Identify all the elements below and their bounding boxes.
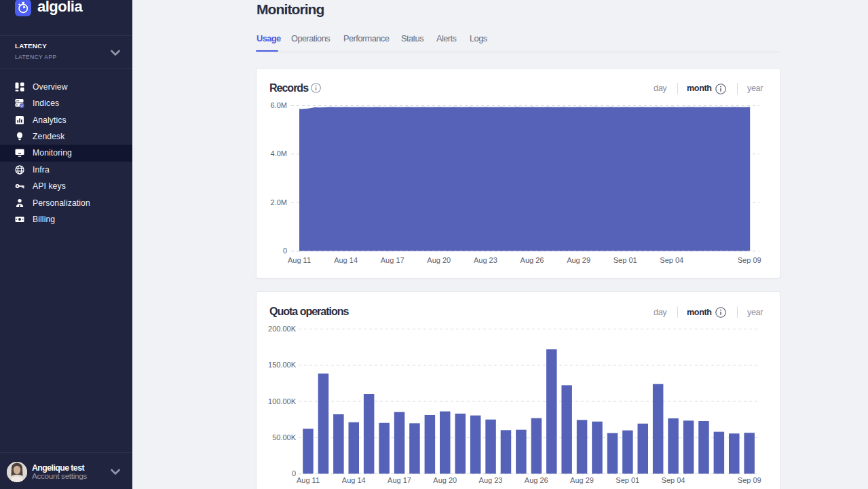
svg-text:Aug 17: Aug 17 <box>388 476 411 484</box>
svg-text:Sep 04: Sep 04 <box>660 255 683 264</box>
svg-text:6.0M: 6.0M <box>270 101 286 109</box>
svg-text:Sep 01: Sep 01 <box>613 255 637 264</box>
svg-text:Aug 20: Aug 20 <box>427 255 451 264</box>
svg-text:Aug 23: Aug 23 <box>473 255 497 264</box>
svg-text:Aug 17: Aug 17 <box>380 255 404 264</box>
svg-text:Aug 14: Aug 14 <box>334 255 358 264</box>
svg-text:Aug 26: Aug 26 <box>524 476 548 484</box>
svg-text:Aug 26: Aug 26 <box>520 255 544 264</box>
svg-text:0: 0 <box>291 469 295 477</box>
svg-text:Aug 23: Aug 23 <box>478 476 502 484</box>
svg-text:Sep 04: Sep 04 <box>661 476 685 484</box>
svg-text:Aug 20: Aug 20 <box>433 476 457 484</box>
svg-text:Aug 29: Aug 29 <box>567 255 590 264</box>
svg-text:Aug 29: Aug 29 <box>570 476 594 484</box>
svg-text:50.00K: 50.00K <box>272 433 297 441</box>
svg-text:0: 0 <box>282 247 286 255</box>
svg-text:150.00K: 150.00K <box>268 361 297 369</box>
svg-text:Aug 14: Aug 14 <box>341 476 365 484</box>
svg-text:4.0M: 4.0M <box>270 149 286 158</box>
svg-text:200.00K: 200.00K <box>268 324 297 332</box>
svg-text:100.00K: 100.00K <box>268 397 297 405</box>
svg-text:2.0M: 2.0M <box>270 198 286 206</box>
svg-text:Sep 09: Sep 09 <box>737 255 761 264</box>
svg-text:Aug 11: Aug 11 <box>296 476 319 484</box>
svg-text:Sep 01: Sep 01 <box>616 476 639 484</box>
svg-text:Sep 09: Sep 09 <box>737 476 761 484</box>
svg-text:Aug 11: Aug 11 <box>287 255 310 264</box>
